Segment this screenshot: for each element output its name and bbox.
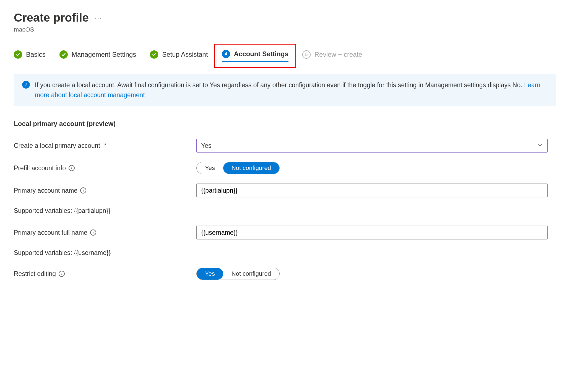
restrict-editing-toggle: Yes Not configured <box>196 268 280 280</box>
prefill-toggle: Yes Not configured <box>196 162 280 174</box>
check-icon <box>59 50 68 59</box>
chevron-down-icon <box>537 142 543 149</box>
row-restrict-editing: Restrict editing i Yes Not configured <box>14 268 574 280</box>
check-icon <box>14 50 22 59</box>
step-number-icon: 5 <box>302 50 311 59</box>
check-icon <box>150 50 158 59</box>
label-prefill-account-info: Prefill account info <box>14 164 66 172</box>
hint-account-name: Supported variables: {{partialupn}} <box>14 207 110 214</box>
step-label: Management Settings <box>72 51 136 58</box>
restrict-option-yes[interactable]: Yes <box>197 268 223 280</box>
row-primary-account-full-name: Primary account full name i <box>14 226 574 239</box>
wizard-steps: Basics Management Settings Setup Assista… <box>14 50 362 62</box>
step-label: Account Settings <box>234 50 288 58</box>
page-header: Create profile ··· macOS <box>14 11 574 33</box>
label-primary-account-name: Primary account name <box>14 187 77 194</box>
create-local-account-dropdown[interactable]: Yes <box>196 139 548 153</box>
prefill-option-yes[interactable]: Yes <box>197 162 223 174</box>
label-create-local-account: Create a local primary account <box>14 142 100 149</box>
info-icon[interactable]: i <box>80 187 86 194</box>
prefill-option-not-configured[interactable]: Not configured <box>223 162 279 174</box>
label-restrict-editing: Restrict editing <box>14 270 56 278</box>
step-basics[interactable]: Basics <box>14 50 46 61</box>
label-primary-account-full-name: Primary account full name <box>14 229 87 236</box>
info-icon: i <box>22 81 30 89</box>
step-number-icon: 4 <box>222 50 230 58</box>
info-icon[interactable]: i <box>90 229 96 236</box>
restrict-option-not-configured[interactable]: Not configured <box>223 268 279 280</box>
info-icon[interactable]: i <box>69 165 75 171</box>
required-mark: * <box>104 142 106 149</box>
step-label: Basics <box>26 51 46 58</box>
page-title: Create profile <box>14 11 89 24</box>
primary-account-name-input[interactable] <box>196 184 548 197</box>
banner-text: If you create a local account, Await fin… <box>35 81 524 89</box>
row-primary-account-name: Primary account name i <box>14 184 574 197</box>
page-subtitle: macOS <box>14 26 574 33</box>
step-review-create[interactable]: 5 Review + create <box>302 50 362 61</box>
row-create-local-account: Create a local primary account * Yes <box>14 139 574 153</box>
info-icon[interactable]: i <box>59 271 65 277</box>
info-banner: i If you create a local account, Await f… <box>14 74 556 106</box>
step-account-settings[interactable]: 4 Account Settings <box>222 50 288 62</box>
row-prefill-account-info: Prefill account info i Yes Not configure… <box>14 162 574 174</box>
step-label: Review + create <box>314 51 362 58</box>
more-icon[interactable]: ··· <box>95 14 102 22</box>
step-setup-assistant[interactable]: Setup Assistant <box>150 50 208 61</box>
dropdown-value: Yes <box>201 142 212 149</box>
info-text: If you create a local account, Await fin… <box>35 80 548 100</box>
step-label: Setup Assistant <box>162 51 208 58</box>
primary-account-full-name-input[interactable] <box>196 226 548 239</box>
step-management-settings[interactable]: Management Settings <box>59 50 136 61</box>
hint-full-name: Supported variables: {{username}} <box>14 249 111 256</box>
section-title: Local primary account (preview) <box>14 120 574 128</box>
